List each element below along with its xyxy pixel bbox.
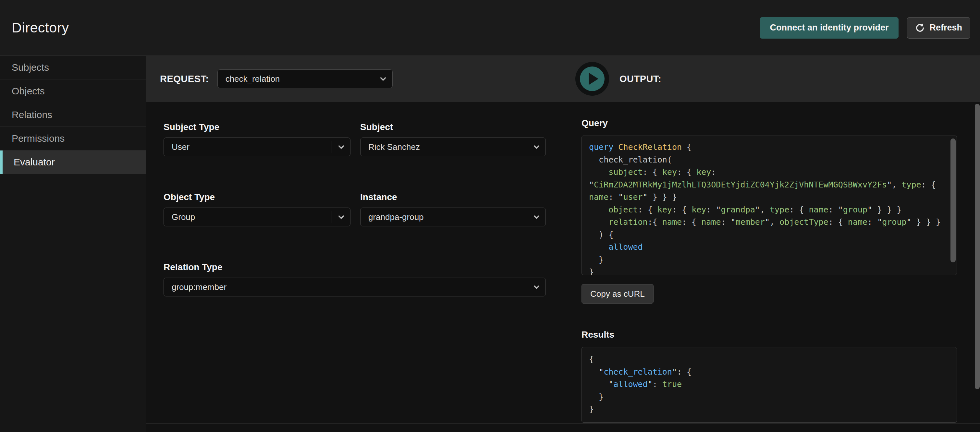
chevron-down-icon bbox=[332, 213, 350, 221]
refresh-label: Refresh bbox=[929, 23, 962, 33]
relation-type-label: Relation Type bbox=[164, 262, 546, 272]
chevron-down-icon bbox=[527, 283, 546, 292]
relation-type-select[interactable]: group:member bbox=[164, 278, 546, 297]
sidebar-item-label: Subjects bbox=[12, 62, 49, 73]
subject-field-group: Subject Rick Sanchez bbox=[360, 122, 546, 156]
object-type-label: Object Type bbox=[164, 192, 350, 202]
app-header: Directory Connect an identity provider R… bbox=[0, 0, 980, 56]
request-section: REQUEST: check_relation bbox=[146, 70, 564, 88]
subject-type-select[interactable]: User bbox=[164, 138, 350, 156]
play-icon bbox=[580, 67, 605, 91]
copy-as-curl-button[interactable]: Copy as cURL bbox=[582, 284, 654, 303]
subject-type-value: User bbox=[164, 142, 332, 152]
chevron-down-icon bbox=[527, 143, 546, 151]
instance-label: Instance bbox=[360, 192, 546, 202]
results-heading: Results bbox=[582, 329, 980, 340]
sidebar-item-label: Permissions bbox=[12, 133, 65, 144]
refresh-icon bbox=[915, 23, 925, 33]
connect-identity-provider-label: Connect an identity provider bbox=[770, 23, 888, 33]
refresh-button[interactable]: Refresh bbox=[907, 17, 970, 38]
subject-type-label: Subject Type bbox=[164, 122, 350, 132]
copy-as-curl-label: Copy as cURL bbox=[590, 289, 645, 299]
sidebar-item-label: Objects bbox=[12, 86, 45, 97]
relation-type-value: group:member bbox=[164, 282, 527, 292]
results-code-block[interactable]: { "check_relation": { "allowed": true }} bbox=[582, 347, 957, 422]
instance-field-group: Instance grandpa-group bbox=[360, 192, 546, 226]
evaluator-toolbar: REQUEST: check_relation bbox=[146, 56, 980, 102]
chevron-down-icon bbox=[527, 213, 546, 221]
page-scrollbar[interactable] bbox=[975, 104, 980, 389]
chevron-down-icon bbox=[374, 75, 392, 83]
subject-type-field-group: Subject Type User bbox=[164, 122, 350, 156]
request-form-panel: Subject Type User Subject bbox=[146, 102, 564, 423]
connect-identity-provider-button[interactable]: Connect an identity provider bbox=[760, 17, 899, 38]
instance-value: grandpa-group bbox=[361, 212, 527, 222]
subject-select[interactable]: Rick Sanchez bbox=[360, 138, 546, 156]
results-code: { "check_relation": { "allowed": true }} bbox=[589, 353, 943, 416]
directory-page: Directory Connect an identity provider R… bbox=[0, 0, 980, 432]
output-label: OUTPUT: bbox=[619, 74, 661, 84]
request-label: REQUEST: bbox=[160, 74, 209, 84]
output-section: OUTPUT: bbox=[564, 62, 980, 96]
sidebar-item-label: Relations bbox=[12, 109, 52, 120]
output-panel: Query query CheckRelation { check_relati… bbox=[564, 102, 980, 423]
request-select[interactable]: check_relation bbox=[217, 70, 393, 88]
sidebar-item-relations[interactable]: Relations bbox=[0, 103, 146, 127]
footer-strip bbox=[146, 424, 980, 432]
page-title: Directory bbox=[12, 20, 69, 36]
query-code: query CheckRelation { check_relation( su… bbox=[589, 141, 943, 275]
sidebar-item-label: Evaluator bbox=[14, 157, 55, 168]
subject-label: Subject bbox=[360, 122, 546, 132]
relation-type-field-group: Relation Type group:member bbox=[164, 262, 546, 297]
sidebar-item-objects[interactable]: Objects bbox=[0, 79, 146, 103]
query-code-block[interactable]: query CheckRelation { check_relation( su… bbox=[582, 135, 957, 275]
sidebar: Subjects Objects Relations Permissions E… bbox=[0, 56, 146, 432]
instance-select[interactable]: grandpa-group bbox=[360, 208, 546, 226]
request-select-value: check_relation bbox=[218, 74, 374, 84]
chevron-down-icon bbox=[332, 143, 350, 151]
query-scrollbar[interactable] bbox=[950, 138, 956, 262]
header-actions: Connect an identity provider Refresh bbox=[760, 17, 970, 38]
run-query-button[interactable] bbox=[575, 62, 609, 96]
sidebar-item-subjects[interactable]: Subjects bbox=[0, 56, 146, 79]
query-heading: Query bbox=[582, 118, 980, 129]
object-type-field-group: Object Type Group bbox=[164, 192, 350, 226]
subject-value: Rick Sanchez bbox=[361, 142, 527, 152]
object-type-value: Group bbox=[164, 212, 332, 222]
sidebar-item-evaluator[interactable]: Evaluator bbox=[0, 151, 146, 174]
object-type-select[interactable]: Group bbox=[164, 208, 350, 226]
sidebar-item-permissions[interactable]: Permissions bbox=[0, 127, 146, 151]
